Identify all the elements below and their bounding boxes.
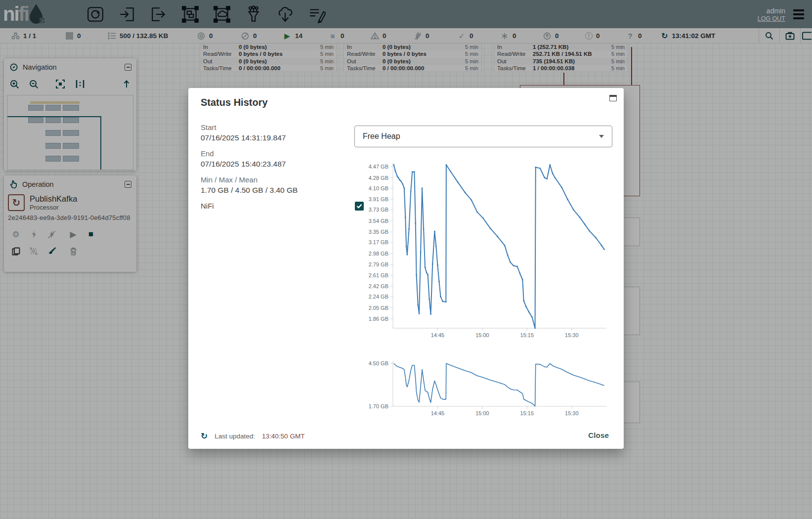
svg-text:14:45: 14:45 <box>431 410 445 416</box>
svg-text:15:15: 15:15 <box>520 332 534 338</box>
maximize-window-icon[interactable] <box>609 95 617 101</box>
svg-text:15:00: 15:00 <box>475 332 489 338</box>
svg-text:1.70 GB: 1.70 GB <box>369 403 388 409</box>
svg-text:2.98 GB: 2.98 GB <box>369 251 388 257</box>
svg-text:3.35 GB: 3.35 GB <box>369 229 388 235</box>
svg-text:15:00: 15:00 <box>475 410 489 416</box>
svg-text:15:30: 15:30 <box>565 410 579 416</box>
svg-text:1.86 GB: 1.86 GB <box>369 316 388 322</box>
chevron-down-icon <box>599 135 604 138</box>
free-heap-overview-chart[interactable]: 4.50 GB1.70 GB14:4515:0015:1515:30 <box>356 358 609 419</box>
svg-text:2.61 GB: 2.61 GB <box>369 272 388 278</box>
start-label: Start <box>201 123 364 132</box>
svg-text:4.28 GB: 4.28 GB <box>369 175 388 181</box>
svg-text:15:30: 15:30 <box>565 332 579 338</box>
dialog-title: Status History <box>201 97 268 108</box>
svg-text:2.42 GB: 2.42 GB <box>369 283 388 289</box>
svg-text:3.17 GB: 3.17 GB <box>369 239 388 245</box>
svg-text:4.47 GB: 4.47 GB <box>369 164 388 170</box>
end-label: End <box>201 149 364 159</box>
nifi-app: nifi <box>0 0 812 519</box>
svg-text:14:45: 14:45 <box>431 332 445 338</box>
last-updated-time: 13:40:50 GMT <box>262 432 304 440</box>
close-button[interactable]: Close <box>588 431 609 439</box>
svg-text:4.10 GB: 4.10 GB <box>369 185 388 191</box>
end-value: 07/16/2025 15:40:23.487 <box>201 159 364 170</box>
status-history-dialog: Status History Start 07/16/2025 14:31:19… <box>188 88 624 449</box>
last-updated-label: Last updated: <box>214 432 255 440</box>
svg-text:15:15: 15:15 <box>520 410 534 416</box>
free-heap-main-chart: 4.47 GB4.28 GB4.10 GB3.91 GB3.73 GB3.54 … <box>356 161 609 340</box>
metric-select[interactable]: Free Heap <box>354 126 612 147</box>
svg-text:2.24 GB: 2.24 GB <box>369 294 388 300</box>
min-max-mean-label: Min / Max / Mean <box>201 175 364 185</box>
auto-refresh-icon: ↻ <box>201 431 208 441</box>
series-nifi-label: NiFi <box>201 201 214 211</box>
min-max-mean-value: 1.70 GB / 4.50 GB / 3.40 GB <box>201 185 364 196</box>
metric-select-value: Free Heap <box>363 132 400 141</box>
svg-text:3.91 GB: 3.91 GB <box>369 196 388 202</box>
start-value: 07/16/2025 14:31:19.847 <box>201 132 364 143</box>
svg-text:4.50 GB: 4.50 GB <box>369 360 388 366</box>
svg-text:2.79 GB: 2.79 GB <box>369 261 388 267</box>
svg-text:3.73 GB: 3.73 GB <box>369 207 388 213</box>
svg-text:3.54 GB: 3.54 GB <box>369 218 388 224</box>
svg-text:2.05 GB: 2.05 GB <box>369 305 388 311</box>
